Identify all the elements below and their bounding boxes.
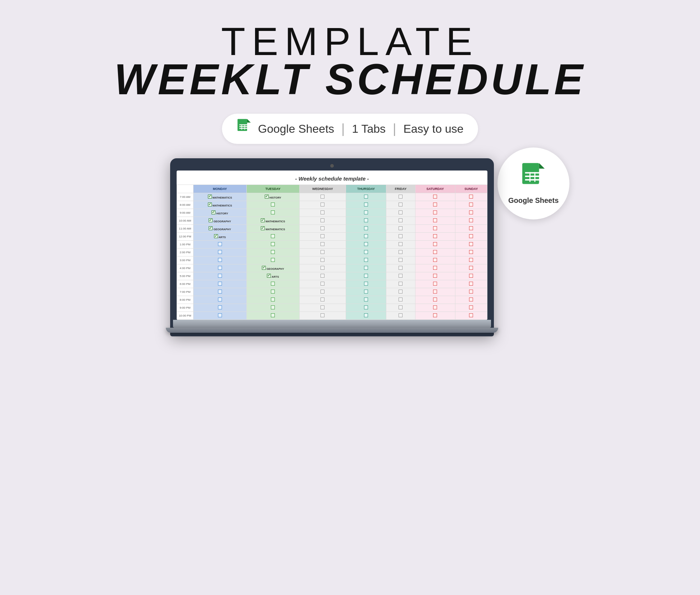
table-row <box>194 296 247 304</box>
table-row <box>346 280 386 288</box>
table-row <box>194 288 247 296</box>
table-row <box>455 272 487 280</box>
table-row <box>346 272 386 280</box>
table-row <box>415 233 455 241</box>
table-row <box>386 304 415 312</box>
time-cell: 7:00 AM <box>177 193 194 201</box>
table-row <box>415 296 455 304</box>
table-row <box>346 312 386 320</box>
svg-marker-1 <box>247 119 251 123</box>
table-row <box>415 241 455 249</box>
table-row <box>300 209 346 217</box>
table-row <box>300 233 346 241</box>
table-row: 9:00 PM <box>177 304 487 312</box>
svg-rect-10 <box>525 176 541 177</box>
col-header-saturday: SATURDAY <box>415 185 455 193</box>
time-cell: 8:00 AM <box>177 201 194 209</box>
svg-rect-3 <box>240 126 248 127</box>
table-row <box>415 304 455 312</box>
table-row <box>300 280 346 288</box>
table-row <box>455 312 487 320</box>
table-row <box>194 264 247 272</box>
table-row <box>415 272 455 280</box>
table-row <box>386 256 415 264</box>
time-cell: 10:00 AM <box>177 217 194 225</box>
table-row <box>300 272 346 280</box>
table-row: HISTORY <box>194 209 247 217</box>
gs-badge-label: Google Sheets <box>508 196 559 205</box>
table-row <box>386 217 415 225</box>
table-row: 8:00 PM <box>177 296 487 304</box>
table-row <box>300 264 346 272</box>
col-header-wednesday: WEDNESDAY <box>300 185 346 193</box>
table-row <box>415 264 455 272</box>
table-row <box>455 241 487 249</box>
table-row <box>455 280 487 288</box>
table-row <box>300 304 346 312</box>
table-row: 7:00 PM <box>177 288 487 296</box>
table-row <box>346 201 386 209</box>
table-row <box>194 241 247 249</box>
table-row <box>415 193 455 201</box>
table-row <box>300 249 346 256</box>
table-row <box>455 304 487 312</box>
table-row <box>246 304 300 312</box>
table-row: GEOGRAPHY <box>194 217 247 225</box>
sheet-title: - Weekly schedule template - <box>177 171 487 185</box>
table-row: ARTS <box>246 272 300 280</box>
laptop: - Weekly schedule template - MONDAY TUES… <box>170 158 494 336</box>
svg-rect-2 <box>240 124 248 126</box>
badge-bar: Google Sheets | 1 Tabs | Easy to use <box>222 114 478 144</box>
table-row <box>346 193 386 201</box>
table-row <box>300 241 346 249</box>
table-row: 9:00 AM HISTORY <box>177 209 487 217</box>
table-row <box>246 256 300 264</box>
page-title-line2: WEEKLT SCHEDULE <box>114 58 586 101</box>
separator-2: | <box>393 121 396 136</box>
table-row <box>386 241 415 249</box>
table-row <box>346 209 386 217</box>
table-row <box>455 209 487 217</box>
table-row <box>246 296 300 304</box>
laptop-screen: - Weekly schedule template - MONDAY TUES… <box>177 171 487 320</box>
table-row <box>386 264 415 272</box>
table-row <box>194 304 247 312</box>
badge-platform: Google Sheets <box>258 122 334 136</box>
table-row: MATHEMATICS <box>246 217 300 225</box>
table-row <box>346 256 386 264</box>
table-row <box>455 217 487 225</box>
table-row: 2:00 PM <box>177 249 487 256</box>
gs-badge-circle: Google Sheets <box>497 147 569 219</box>
table-row <box>194 312 247 320</box>
table-row <box>415 201 455 209</box>
svg-rect-4 <box>240 128 248 129</box>
table-row <box>300 288 346 296</box>
svg-rect-11 <box>525 179 541 180</box>
table-row <box>415 225 455 233</box>
table-row: MATHEMATICS <box>194 193 247 201</box>
table-row <box>300 296 346 304</box>
table-row <box>386 272 415 280</box>
time-cell: 8:00 PM <box>177 296 194 304</box>
table-row <box>346 296 386 304</box>
table-row <box>415 256 455 264</box>
time-cell: 7:00 PM <box>177 288 194 296</box>
table-row <box>455 264 487 272</box>
table-row: HISTORY <box>246 193 300 201</box>
table-row: GEOGRAPHY <box>194 225 247 233</box>
table-row <box>346 288 386 296</box>
table-row <box>455 233 487 241</box>
time-cell: 5:00 PM <box>177 272 194 280</box>
time-cell: 1:00 PM <box>177 241 194 249</box>
table-row <box>386 280 415 288</box>
table-row <box>194 256 247 264</box>
time-cell: 9:00 PM <box>177 304 194 312</box>
table-row <box>346 233 386 241</box>
table-row <box>346 225 386 233</box>
table-row <box>346 249 386 256</box>
table-row: 4:00 PM GEOGRAPHY <box>177 264 487 272</box>
time-cell: 3:00 PM <box>177 256 194 264</box>
table-row <box>415 280 455 288</box>
time-cell: 6:00 PM <box>177 280 194 288</box>
table-row <box>346 304 386 312</box>
